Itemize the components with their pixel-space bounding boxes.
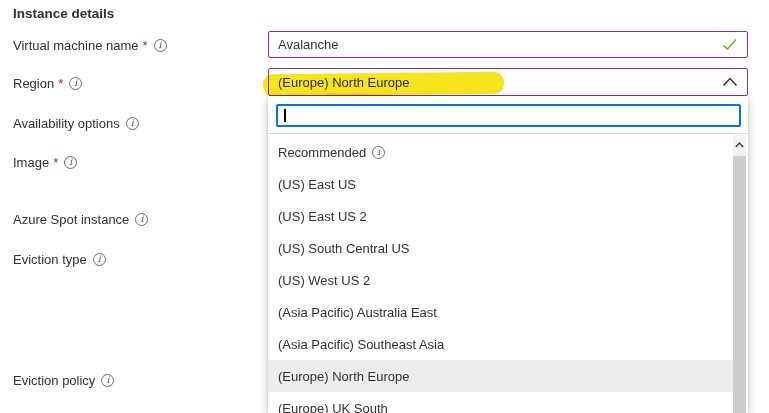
field-label-virtual-machine-name: Virtual machine name* i bbox=[13, 37, 167, 53]
option-group-recommended: Recommended i bbox=[268, 136, 733, 168]
field-label-eviction-policy: Eviction policy i bbox=[13, 372, 114, 388]
dropdown-divider bbox=[268, 133, 748, 134]
scroll-up-button[interactable] bbox=[733, 135, 746, 155]
label-text: Virtual machine name bbox=[13, 38, 139, 53]
field-label-eviction-type: Eviction type i bbox=[13, 251, 106, 267]
chevron-up-icon[interactable] bbox=[722, 77, 738, 87]
required-asterisk: * bbox=[58, 76, 63, 91]
valid-checkmark-icon bbox=[722, 38, 738, 51]
required-asterisk: * bbox=[53, 155, 58, 170]
info-icon[interactable]: i bbox=[154, 39, 167, 52]
region-option[interactable]: (Europe) UK South bbox=[268, 392, 733, 413]
label-text: Eviction type bbox=[13, 252, 87, 267]
label-text: Eviction policy bbox=[13, 373, 95, 388]
label-text: Region bbox=[13, 76, 54, 91]
marker-highlight-annotation bbox=[263, 72, 504, 97]
group-header-label: Recommended bbox=[278, 145, 366, 160]
vm-name-value: Avalanche bbox=[278, 37, 722, 52]
info-icon[interactable]: i bbox=[101, 374, 114, 387]
region-option[interactable]: (Asia Pacific) Southeast Asia bbox=[268, 328, 733, 360]
field-label-azure-spot-instance: Azure Spot instance i bbox=[13, 211, 148, 227]
region-search-input[interactable] bbox=[276, 104, 741, 127]
info-icon[interactable]: i bbox=[69, 77, 82, 90]
label-text: Azure Spot instance bbox=[13, 212, 129, 227]
region-option[interactable]: (US) East US 2 bbox=[268, 200, 733, 232]
region-select[interactable]: (Europe) North Europe bbox=[268, 68, 748, 96]
label-text: Availability options bbox=[13, 116, 120, 131]
region-option[interactable]: (US) West US 2 bbox=[268, 264, 733, 296]
info-icon[interactable]: i bbox=[372, 146, 385, 159]
info-icon[interactable]: i bbox=[93, 253, 106, 266]
field-label-availability-options: Availability options i bbox=[13, 115, 139, 131]
required-asterisk: * bbox=[143, 38, 148, 53]
vm-name-input[interactable]: Avalanche bbox=[268, 31, 748, 58]
region-option[interactable]: (Asia Pacific) Australia East bbox=[268, 296, 733, 328]
region-option[interactable]: (US) South Central US bbox=[268, 232, 733, 264]
region-dropdown-panel: Recommended i (US) East US (US) East US … bbox=[268, 96, 748, 413]
label-text: Image bbox=[13, 155, 49, 170]
field-label-region: Region* i bbox=[13, 75, 82, 91]
info-icon[interactable]: i bbox=[135, 213, 148, 226]
info-icon[interactable]: i bbox=[64, 156, 77, 169]
region-option-selected[interactable]: (Europe) North Europe bbox=[268, 360, 733, 392]
section-heading: Instance details bbox=[13, 6, 114, 21]
field-label-image: Image* i bbox=[13, 154, 77, 170]
dropdown-scrollbar[interactable] bbox=[733, 135, 746, 413]
scroll-thumb[interactable] bbox=[733, 156, 746, 413]
region-option[interactable]: (US) East US bbox=[268, 168, 733, 200]
text-caret bbox=[284, 109, 286, 122]
info-icon[interactable]: i bbox=[126, 117, 139, 130]
chevron-up-small-icon bbox=[735, 142, 744, 148]
